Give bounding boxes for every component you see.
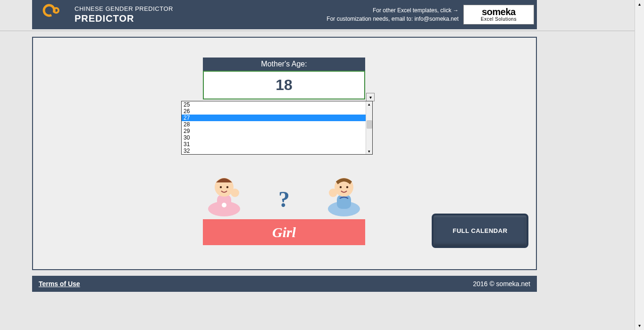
window-scrollbar[interactable]: ▴ ▾ [635,0,644,330]
dropdown-option[interactable]: 25 [182,101,372,108]
dropdown-option[interactable]: 30 [182,134,372,141]
question-mark-icon: ? [278,186,290,212]
header-info-text: For other Excel templates, click → For c… [326,6,463,23]
copyright-text: 2016 © someka.net [473,280,530,288]
svg-point-5 [220,186,222,188]
brand-name: someka [482,8,516,16]
someka-logo[interactable]: someka Excel Solutions [463,5,534,25]
window-scroll-up-icon[interactable]: ▴ [635,0,644,8]
dropdown-option[interactable]: 27 [182,115,372,121]
svg-point-8 [222,203,226,207]
pacifier-icon [32,0,75,29]
customization-email: For customization needs, email to: info@… [326,15,459,23]
window-scroll-down-icon[interactable]: ▾ [635,322,644,330]
scroll-thumb[interactable] [367,120,372,129]
dropdown-toggle-button[interactable]: ▾ [366,93,375,101]
result-banner: Girl [203,219,365,245]
other-templates-link[interactable]: For other Excel templates, click → [326,6,459,15]
babies-row: ? [203,165,365,217]
header-title: PREDICTOR [75,13,173,24]
header-subtitle: CHINESE GENDER PREDICTOR [75,5,173,12]
full-calendar-button[interactable]: FULL CALENDAR [432,214,528,248]
dropdown-option[interactable]: 32 [182,148,372,154]
dropdown-option[interactable]: 26 [182,108,372,115]
age-input-group: Mother's Age: 18 [203,58,365,99]
dropdown-scrollbar[interactable]: ▴ ▾ [366,101,372,154]
dropdown-option[interactable]: 28 [182,121,372,128]
main-panel: Mother's Age: 18 ▾ 2526272829303132 ▴ ▾ [32,37,537,270]
header-titles: CHINESE GENDER PREDICTOR PREDICTOR [75,5,173,24]
girl-baby-icon [203,172,245,217]
svg-point-14 [329,189,337,197]
brand-tag: Excel Solutions [481,16,517,22]
chevron-down-icon: ▾ [369,95,372,100]
scroll-up-icon[interactable]: ▴ [366,101,372,107]
dropdown-list[interactable]: 2526272829303132 ▴ ▾ [181,101,373,155]
header-bar: CHINESE GENDER PREDICTOR PREDICTOR For o… [32,0,537,29]
age-label: Mother's Age: [203,58,365,71]
page-divider [0,31,635,31]
svg-point-6 [226,186,228,188]
scroll-down-icon[interactable]: ▾ [366,148,372,154]
dropdown-option[interactable]: 31 [182,141,372,148]
svg-point-7 [231,189,239,197]
dropdown-option[interactable]: 29 [182,128,372,134]
svg-point-13 [346,186,348,188]
age-value[interactable]: 18 [203,71,365,99]
terms-of-use-link[interactable]: Terms of Use [39,280,80,288]
svg-point-12 [340,186,342,188]
boy-baby-icon [323,172,365,217]
footer-bar: Terms of Use 2016 © someka.net [32,276,537,292]
